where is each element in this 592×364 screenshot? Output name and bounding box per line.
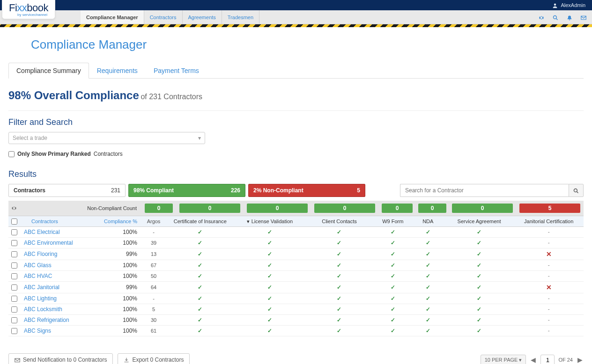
tab-compliance-summary[interactable]: Compliance Summary [8, 63, 89, 79]
search-icon[interactable] [553, 14, 558, 21]
count-argos[interactable]: 0 [145, 204, 173, 213]
main-nav: Fixxbook by servicechannel Compliance Ma… [0, 10, 592, 24]
contractor-search-input[interactable] [400, 184, 569, 197]
contractor-name[interactable]: ABC Lighting [22, 295, 115, 302]
header-argos[interactable]: Argos [142, 216, 165, 226]
row-checkbox[interactable] [11, 229, 17, 235]
check-icon: ✓ [337, 284, 341, 291]
argos-value: 61 [142, 326, 165, 336]
count-req-0[interactable]: 0 [179, 204, 240, 213]
trade-select[interactable]: Select a trade ▾ [8, 132, 205, 144]
header-contractors[interactable]: Contractors [31, 218, 58, 224]
nav-item-compliance-manager[interactable]: Compliance Manager [81, 10, 144, 24]
nav-item-tradesmen[interactable]: Tradesmen [222, 10, 259, 24]
send-notification-button[interactable]: Send Notification to 0 Contractors [8, 353, 113, 364]
check-icon: ✓ [267, 317, 272, 323]
page-next[interactable]: ▶ [577, 356, 584, 364]
contractor-name[interactable]: ABC Janitorial [22, 284, 115, 291]
check-icon: ✓ [477, 306, 481, 313]
row-checkbox[interactable] [11, 284, 17, 291]
row-checkbox[interactable] [11, 262, 17, 269]
contractor-name[interactable]: ABC HVAC [22, 273, 115, 279]
header-compliance-pct[interactable]: Compliance % [104, 218, 137, 224]
row-checkbox[interactable] [11, 273, 17, 279]
tab-requirements[interactable]: Requirements [89, 63, 146, 79]
row-checkbox[interactable] [11, 306, 17, 313]
summary-contractors[interactable]: Contractors 231 [8, 184, 126, 197]
export-button[interactable]: Export 0 Contractors [118, 353, 190, 364]
select-all-checkbox[interactable] [11, 218, 17, 225]
results-heading: Results [8, 169, 584, 179]
primary-filter-checkbox[interactable]: Only Show Primary Ranked Contractors [8, 151, 584, 157]
page-input[interactable] [540, 355, 555, 364]
contractor-search-button[interactable] [569, 184, 584, 197]
page-prev[interactable]: ◀ [530, 356, 537, 364]
argos-value: 5 [142, 304, 165, 314]
check-icon: ✓ [198, 295, 202, 302]
check-icon: ✓ [426, 328, 430, 334]
gear-icon[interactable] [8, 201, 20, 216]
bell-icon[interactable] [567, 14, 572, 21]
svg-point-1 [554, 15, 557, 19]
check-icon: ✓ [267, 306, 272, 313]
logo[interactable]: Fixxbook by servicechannel [2, 0, 55, 19]
contractor-name[interactable]: ABC Environmental [22, 240, 115, 246]
per-page-select[interactable]: 10 PER PAGE ▾ [481, 355, 526, 364]
row-checkbox[interactable] [11, 317, 17, 323]
summary-noncompliant[interactable]: 2% Non-Compliant 5 [248, 184, 365, 197]
count-req-6[interactable]: 5 [519, 204, 580, 213]
table-row: ABC Lighting100%-✓✓✓✓✓✓- [8, 293, 584, 304]
dash-icon: - [548, 295, 550, 302]
contractor-name[interactable]: ABC Locksmith [22, 306, 115, 313]
header-req-6[interactable]: Janitorial Certification [514, 216, 584, 226]
mail-icon[interactable] [581, 14, 586, 21]
table-row: ABC HVAC100%50✓✓✓✓✓✓- [8, 271, 584, 282]
nav-item-contractors[interactable]: Contractors [144, 10, 183, 24]
contractor-pct: 100% [115, 262, 137, 269]
contractor-name[interactable]: ABC Signs [22, 328, 115, 334]
user-name[interactable]: AlexAdmin [561, 2, 585, 8]
header-req-3[interactable]: W9 Form [374, 216, 412, 226]
check-icon: ✓ [391, 284, 395, 291]
header-req-0[interactable]: Certificate of Insurance [165, 216, 235, 226]
settings-icon[interactable] [539, 14, 544, 21]
nav-item-agreements[interactable]: Agreements [183, 10, 222, 24]
check-icon: ✓ [477, 328, 481, 334]
argos-value: 64 [142, 282, 165, 293]
page-title: Compliance Manager [31, 37, 584, 52]
contractor-name[interactable]: ABC Flooring [22, 251, 115, 257]
contractor-name[interactable]: ABC Refrigeration [22, 317, 115, 323]
count-req-5[interactable]: 0 [452, 204, 513, 213]
primary-filter-input[interactable] [8, 151, 15, 157]
check-icon: ✓ [267, 240, 272, 246]
check-icon: ✓ [426, 273, 430, 279]
check-icon: ✓ [391, 229, 395, 235]
header-req-2[interactable]: Client Contacts [304, 216, 374, 226]
check-icon: ✓ [198, 251, 202, 257]
row-checkbox[interactable] [11, 240, 17, 246]
overall-pct: 98% Overall Compliance [8, 89, 139, 102]
row-checkbox[interactable] [11, 296, 17, 302]
check-icon: ✓ [477, 262, 481, 269]
tab-payment-terms[interactable]: Payment Terms [146, 63, 207, 79]
cross-icon: ✕ [546, 284, 552, 291]
check-icon: ✓ [267, 328, 272, 334]
header-req-1[interactable]: ▾License Validation [235, 216, 305, 226]
count-req-4[interactable]: 0 [418, 204, 446, 213]
check-icon: ✓ [198, 317, 202, 323]
summary-compliant[interactable]: 98% Compliant 226 [128, 184, 245, 197]
check-icon: ✓ [477, 317, 481, 323]
contractor-name[interactable]: ABC Glass [22, 262, 115, 269]
check-icon: ✓ [477, 251, 481, 257]
count-req-2[interactable]: 0 [314, 204, 375, 213]
contractor-name[interactable]: ABC Electrical [22, 229, 115, 235]
cross-icon: ✕ [546, 250, 552, 258]
row-checkbox[interactable] [11, 328, 17, 334]
header-req-5[interactable]: Service Agreement [444, 216, 514, 226]
count-req-3[interactable]: 0 [382, 204, 413, 213]
check-icon: ✓ [198, 328, 202, 334]
check-icon: ✓ [267, 273, 272, 279]
count-req-1[interactable]: 0 [247, 204, 308, 213]
header-req-4[interactable]: NDA [412, 216, 444, 226]
row-checkbox[interactable] [11, 251, 17, 257]
